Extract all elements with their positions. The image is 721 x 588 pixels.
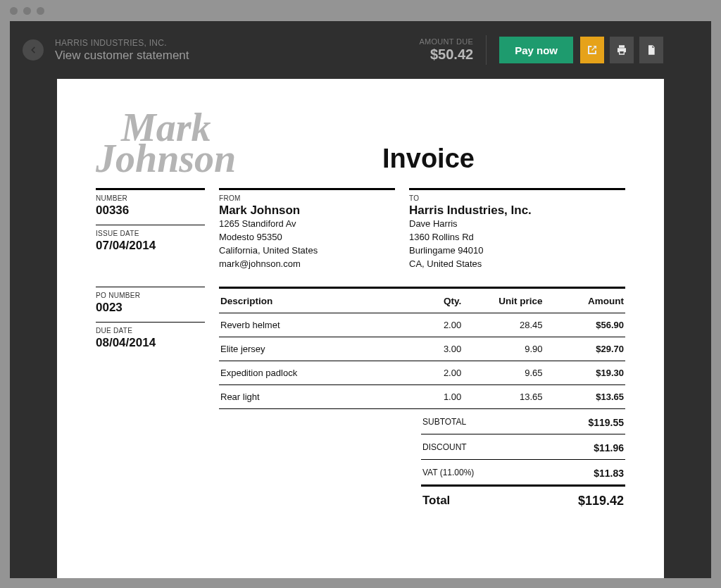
- number-label: NUMBER: [96, 194, 205, 202]
- cell-qty: 1.00: [398, 384, 463, 408]
- total-value: $119.42: [578, 494, 624, 508]
- discount-value: $11.96: [594, 442, 624, 453]
- divider: [486, 35, 487, 65]
- po-number-label: PO NUMBER: [96, 292, 205, 299]
- due-date-label: DUE DATE: [96, 327, 205, 334]
- window-minimize-icon[interactable]: [23, 7, 31, 15]
- edit-button[interactable]: [580, 37, 604, 63]
- subtotal-label: SUBTOTAL: [422, 417, 466, 428]
- table-row: Reverb helmet2.0028.45$56.90: [219, 313, 625, 337]
- cell-price: 9.90: [463, 337, 544, 361]
- from-line2: Modesto 95350: [219, 231, 395, 244]
- from-label: FROM: [219, 194, 395, 202]
- view-statement-link[interactable]: View customer statement: [55, 49, 189, 63]
- to-line2: 1360 Rollins Rd: [409, 231, 625, 244]
- amount-due: AMOUNT DUE $50.42: [419, 37, 473, 63]
- company-name: HARRIS INDUSTRIES, INC.: [55, 38, 189, 48]
- issue-date-label: ISSUE DATE: [96, 230, 205, 237]
- window-zoom-icon[interactable]: [37, 7, 44, 15]
- issue-date: 07/04/2014: [96, 239, 205, 253]
- vat-label: VAT (11.00%): [422, 468, 474, 479]
- cell-desc: Elite jersey: [219, 337, 398, 361]
- table-row: Expedition padlock2.009.65$19.30: [219, 361, 625, 384]
- window-close-icon[interactable]: [10, 7, 18, 15]
- to-line4: CA, United States: [409, 258, 625, 271]
- cell-price: 9.65: [463, 361, 544, 384]
- total-label: Total: [422, 494, 450, 508]
- from-name: Mark Johnson: [219, 204, 395, 218]
- topbar: HARRIS INDUSTRIES, INC. View customer st…: [10, 21, 711, 79]
- file-pdf-icon: [646, 44, 657, 56]
- to-line1: Dave Harris: [409, 218, 625, 231]
- table-row: Rear light1.0013.65$13.65: [219, 384, 625, 408]
- cell-desc: Rear light: [219, 384, 398, 408]
- app-frame: HARRIS INDUSTRIES, INC. View customer st…: [10, 21, 711, 578]
- back-button[interactable]: [23, 39, 44, 61]
- cell-desc: Reverb helmet: [219, 313, 398, 337]
- col-amount: Amount: [544, 287, 625, 313]
- from-line3: California, United States: [219, 244, 395, 258]
- from-line1: 1265 Standiford Av: [219, 218, 395, 231]
- document-title: Invoice: [382, 144, 625, 174]
- discount-label: DISCOUNT: [422, 442, 467, 453]
- cell-amount: $13.65: [544, 384, 625, 408]
- cell-desc: Expedition padlock: [219, 361, 398, 384]
- col-description: Description: [219, 287, 398, 313]
- col-qty: Qty.: [398, 287, 463, 313]
- subtotal-value: $119.55: [588, 417, 624, 428]
- cell-price: 28.45: [463, 313, 544, 337]
- breadcrumb: HARRIS INDUSTRIES, INC. View customer st…: [55, 38, 189, 63]
- print-button[interactable]: [610, 37, 634, 63]
- cell-amount: $29.70: [544, 337, 625, 361]
- print-icon: [616, 44, 627, 56]
- pay-now-button[interactable]: Pay now: [499, 37, 573, 63]
- po-number: 0023: [96, 301, 205, 315]
- cell-amount: $56.90: [544, 313, 625, 337]
- from-email: mark@johnson.com: [219, 258, 395, 271]
- to-label: TO: [409, 194, 625, 202]
- invoice-number: 00336: [96, 204, 205, 218]
- vat-value: $11.83: [594, 468, 624, 479]
- cell-price: 13.65: [463, 384, 544, 408]
- amount-due-value: $50.42: [419, 46, 473, 63]
- signature-last: Johnson: [96, 144, 236, 175]
- cell-qty: 3.00: [398, 337, 463, 361]
- table-row: Elite jersey3.009.90$29.70: [219, 337, 625, 361]
- col-unit-price: Unit price: [463, 287, 544, 313]
- due-date: 08/04/2014: [96, 336, 205, 350]
- chevron-left-icon: [28, 45, 38, 55]
- cell-qty: 2.00: [398, 361, 463, 384]
- signature-logo: Mark Johnson: [96, 113, 236, 174]
- pdf-button[interactable]: [639, 37, 663, 63]
- cell-qty: 2.00: [398, 313, 463, 337]
- amount-due-label: AMOUNT DUE: [419, 37, 473, 46]
- totals: SUBTOTAL $119.55 DISCOUNT $11.96 VAT (11…: [421, 409, 625, 514]
- cell-amount: $19.30: [544, 361, 625, 384]
- to-name: Harris Industries, Inc.: [409, 204, 625, 218]
- edit-icon: [587, 44, 598, 56]
- to-line3: Burlingame 94010: [409, 244, 625, 258]
- window-titlebar: [0, 0, 721, 21]
- invoice-paper: Mark Johnson Invoice NUMBER 00336 ISSUE …: [57, 79, 664, 578]
- items-table: Description Qty. Unit price Amount Rever…: [219, 287, 625, 409]
